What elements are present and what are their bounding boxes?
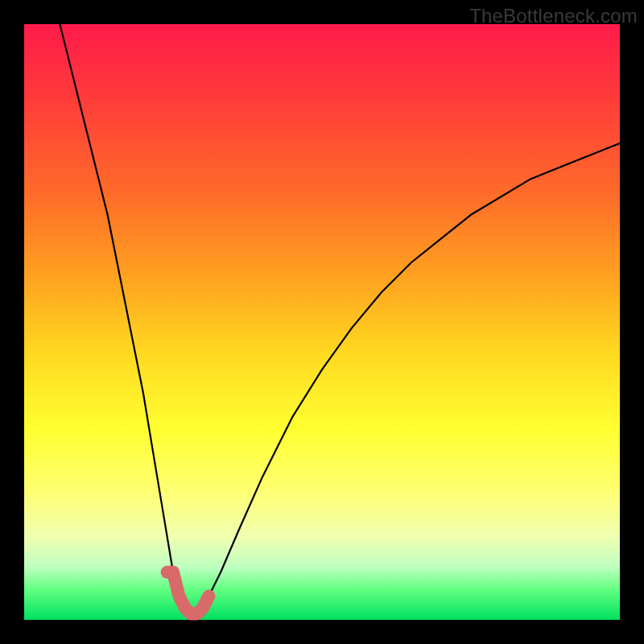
chart-svg-overlay <box>0 0 644 644</box>
optimal-region-highlight <box>167 572 209 614</box>
chart-frame: TheBottleneck.com <box>0 0 644 644</box>
bottleneck-curve <box>60 24 620 614</box>
